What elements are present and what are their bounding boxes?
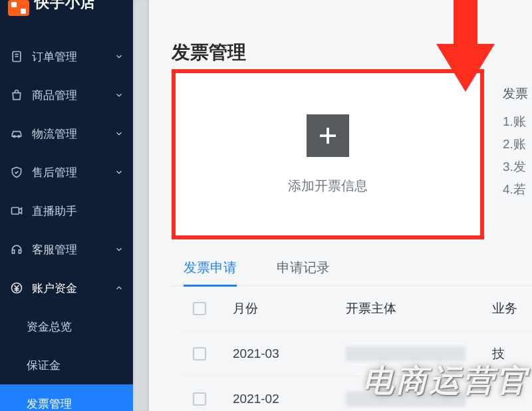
sidebar-item-funds[interactable]: 账户资金 [0,269,133,307]
sidebar-subitem-label: 保证金 [27,358,61,373]
tabs: 发票申请 申请记录 [172,246,532,286]
header-biz: 业务 [492,300,532,317]
invoice-table: 月份 开票主体 业务 2021-03 技 2021-02 [184,286,532,411]
logo-area: 快手小店 [0,0,133,21]
page-title: 发票管理 [172,40,532,65]
sidebar-item-logistics[interactable]: 物流管理 [0,114,133,153]
sidebar-item-products[interactable]: 商品管理 [0,76,133,114]
chevron-down-icon [114,129,124,138]
headset-icon [9,243,24,256]
sidebar-item-service[interactable]: 客服管理 [0,230,133,269]
sidebar-subitem-overview[interactable]: 资金总览 [0,307,133,346]
cell-subject [346,346,466,361]
tab-label: 申请记录 [277,260,330,275]
header-subject: 开票主体 [346,300,466,317]
sidebar-item-label: 订单管理 [32,49,114,65]
bag-icon [9,88,24,102]
chevron-down-icon [114,90,124,100]
chevron-down-icon [114,168,124,177]
add-invoice-label: 添加开票信息 [288,177,368,195]
sidebar-nav: 订单管理 商品管理 物流管理 [0,21,133,411]
rules-title: 发票 [503,82,528,105]
sidebar-item-label: 物流管理 [32,126,114,142]
add-invoice-card[interactable]: 添加开票信息 [172,69,484,239]
sidebar-subitem-deposit[interactable]: 保证金 [0,346,133,384]
select-all-checkbox[interactable] [193,302,206,315]
video-icon [9,204,24,217]
invoice-rules: 发票 1.账 2.账 3.发 4.若 [503,69,528,239]
redacted-text [346,346,466,361]
cell-biz: 技 [492,345,532,362]
sidebar-item-label: 商品管理 [32,88,114,103]
brand-name: 快手小店 [35,0,96,9]
car-icon [9,127,24,140]
tab-apply[interactable]: 发票申请 [184,259,237,286]
table-header-row: 月份 开票主体 业务 [184,286,532,331]
scrollbar-track[interactable] [133,0,149,411]
cell-month: 2021-02 [233,392,319,406]
sidebar-subnav: 资金总览 保证金 发票管理 [0,307,133,411]
rules-line-3: 3.发 [503,156,528,178]
plus-icon [316,124,340,148]
sidebar-item-label: 账户资金 [32,281,114,296]
table-row: 2021-03 技 [184,331,532,376]
header-month: 月份 [233,300,319,317]
sidebar-item-label: 直播助手 [32,204,124,219]
rules-line-4: 4.若 [503,178,528,201]
cell-subject [346,392,466,406]
rules-line-1: 1.账 [503,110,528,133]
brand-logo-icon [8,0,29,16]
add-invoice-button[interactable] [307,114,349,157]
rules-line-2: 2.账 [503,133,528,156]
chevron-down-icon [114,245,124,254]
sidebar-subitem-label: 资金总览 [27,319,72,335]
row-checkbox[interactable] [193,392,206,406]
row-checkbox[interactable] [193,347,206,360]
chevron-up-icon [114,283,124,293]
sidebar-item-live[interactable]: 直播助手 [0,192,133,230]
sidebar: 快手小店 订单管理 商品管理 [0,0,133,411]
cell-month: 2021-03 [233,346,319,361]
sidebar-item-label: 客服管理 [32,242,114,257]
yen-icon [9,281,24,295]
sidebar-subitem-invoice[interactable]: 发票管理 [0,384,133,411]
sidebar-item-aftersale[interactable]: 售后管理 [0,153,133,192]
redacted-text [346,392,466,406]
svg-rect-3 [12,207,19,214]
shield-icon [9,166,24,179]
sidebar-subitem-label: 发票管理 [27,396,72,412]
tab-label: 发票申请 [184,260,237,275]
sidebar-item-label: 售后管理 [32,165,114,180]
tab-records[interactable]: 申请记录 [277,259,330,286]
main-content: 发票管理 添加开票信息 发票 1.账 2.账 3.发 4.若 [133,0,532,411]
table-row: 2021-02 [184,376,532,411]
clipboard-icon [9,50,24,63]
chevron-down-icon [114,52,124,61]
sidebar-item-orders[interactable]: 订单管理 [0,37,133,76]
